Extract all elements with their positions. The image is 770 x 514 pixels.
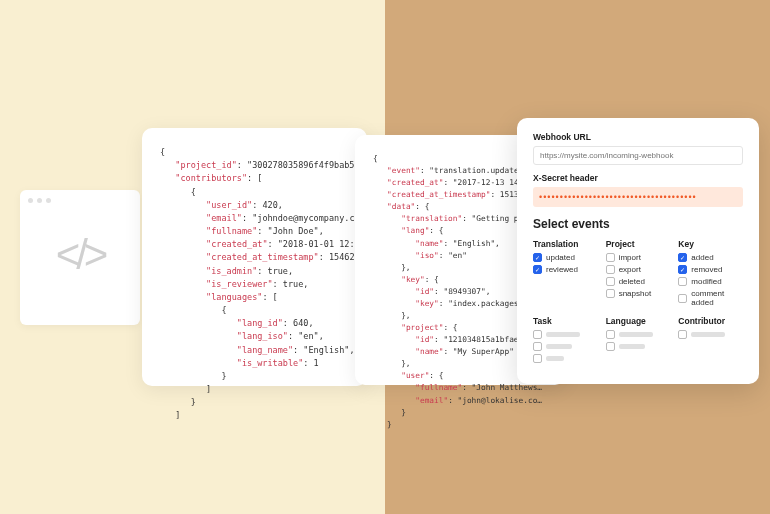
checkbox-translation-reviewed[interactable]: reviewed	[533, 265, 598, 274]
dot-icon	[37, 198, 42, 203]
group-head-language: Language	[606, 316, 671, 326]
group-key: Key added removed modified comment added	[678, 239, 743, 310]
checkbox-icon	[606, 277, 615, 286]
checkbox-project-snapshot[interactable]: snapshot	[606, 289, 671, 298]
val-user-fullname: John Matthews…	[476, 383, 542, 392]
placeholder-label	[691, 332, 725, 337]
checkbox-icon	[533, 342, 542, 351]
checkbox-icon	[606, 342, 615, 351]
checkbox-icon	[606, 330, 615, 339]
checkbox-key-comment-added[interactable]: comment added	[678, 289, 743, 307]
placeholder-label	[619, 332, 653, 337]
val-lang-name: English	[308, 345, 344, 355]
checkbox-translation-updated[interactable]: updated	[533, 253, 598, 262]
left-pane: </> { "project_id": "300278035896f4f9bab…	[0, 0, 385, 514]
val-proj-name: My SuperApp	[458, 347, 510, 356]
group-head-task: Task	[533, 316, 598, 326]
placeholder-checkbox[interactable]	[533, 354, 598, 363]
checkbox-project-export[interactable]: export	[606, 265, 671, 274]
val-key-id: 8949307	[448, 287, 481, 296]
checkbox-icon	[678, 294, 687, 303]
val-fullname: John Doe	[273, 226, 314, 236]
placeholder-checkbox[interactable]	[533, 342, 598, 351]
checkbox-icon	[533, 253, 542, 262]
code-brackets-icon: </>	[20, 211, 140, 279]
placeholder-label	[546, 332, 580, 337]
checkbox-icon	[533, 265, 542, 274]
checkbox-icon	[678, 253, 687, 262]
window-controls	[20, 190, 140, 211]
val-email: johndoe@mycompany.com	[257, 213, 364, 223]
browser-window-stub: </>	[20, 190, 140, 325]
right-pane: { "event": "translation.updated "created…	[385, 0, 770, 514]
checkbox-key-modified[interactable]: modified	[678, 277, 743, 286]
placeholder-checkbox[interactable]	[533, 330, 598, 339]
val-is-writable: 1	[314, 358, 319, 368]
val-user-email: john@lokalise.co…	[462, 396, 542, 405]
checkbox-icon	[606, 253, 615, 262]
dot-icon	[28, 198, 33, 203]
group-translation: Translation updated reviewed	[533, 239, 598, 310]
checkbox-icon	[533, 354, 542, 363]
json-response-card: { "project_id": "300278035896f4f9bab5a9"…	[142, 128, 367, 386]
placeholder-checkbox[interactable]	[678, 330, 743, 339]
placeholder-label	[546, 356, 564, 361]
heading-select-events: Select events	[533, 217, 743, 231]
val-lang-id: 640	[293, 318, 308, 328]
group-project: Project import export deleted snapshot	[606, 239, 671, 310]
group-head-translation: Translation	[533, 239, 598, 249]
val-event: translation.updated	[434, 166, 523, 175]
checkbox-icon	[678, 265, 687, 274]
label-secret-header: X-Secret header	[533, 173, 743, 183]
checkbox-project-deleted[interactable]: deleted	[606, 277, 671, 286]
checkbox-icon	[606, 265, 615, 274]
dot-icon	[46, 198, 51, 203]
checkbox-icon	[533, 330, 542, 339]
val-lang-name: English	[458, 239, 491, 248]
placeholder-label	[619, 344, 645, 349]
secret-value: ••••••••••••••••••••••••••••••••••••••	[533, 187, 743, 207]
val-key-name: index.packages…	[453, 299, 523, 308]
placeholder-label	[546, 344, 572, 349]
val-user-id: 420	[262, 200, 277, 210]
placeholder-checkbox[interactable]	[606, 330, 671, 339]
checkbox-project-import[interactable]: import	[606, 253, 671, 262]
group-head-project: Project	[606, 239, 671, 249]
label-webhook-url: Webhook URL	[533, 132, 743, 142]
group-language: Language	[606, 316, 671, 366]
val-is-reviewer: true	[283, 279, 303, 289]
checkbox-icon	[606, 289, 615, 298]
checkbox-icon	[678, 277, 687, 286]
events-row-1: Translation updated reviewed Project imp…	[533, 239, 743, 310]
group-task: Task	[533, 316, 598, 366]
placeholder-checkbox[interactable]	[606, 342, 671, 351]
events-row-2: Task Language Contributor	[533, 316, 743, 366]
checkbox-icon	[678, 330, 687, 339]
group-contributor: Contributor	[678, 316, 743, 366]
val-project-id: 300278035896f4f9bab5a9	[252, 160, 365, 170]
checkbox-key-removed[interactable]: removed	[678, 265, 743, 274]
group-head-contributor: Contributor	[678, 316, 743, 326]
val-lang-iso: en	[303, 331, 313, 341]
val-is-admin: true	[268, 266, 288, 276]
group-head-key: Key	[678, 239, 743, 249]
key-contributors: "contributors"	[175, 173, 247, 183]
val-lang-iso: en	[453, 251, 462, 260]
webhook-url-input[interactable]	[533, 146, 743, 165]
checkbox-key-added[interactable]: added	[678, 253, 743, 262]
webhook-config-modal: Webhook URL X-Secret header ••••••••••••…	[517, 118, 759, 384]
